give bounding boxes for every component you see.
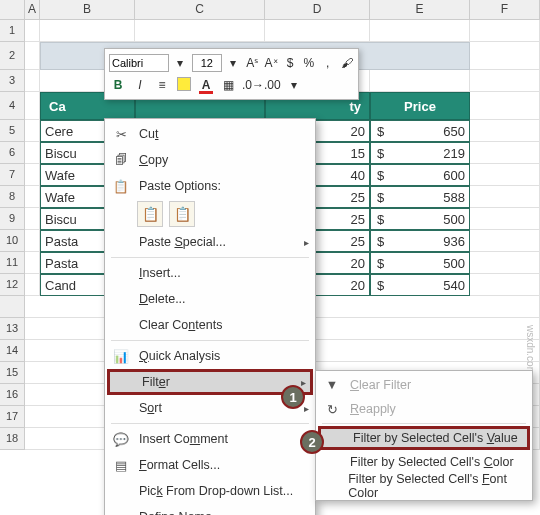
row-header[interactable]: 2 bbox=[0, 42, 25, 70]
select-all-corner[interactable] bbox=[0, 0, 25, 19]
row-header[interactable]: 7 bbox=[0, 164, 25, 186]
cell[interactable] bbox=[470, 230, 540, 252]
row-header[interactable]: 12 bbox=[0, 274, 25, 296]
col-header-e[interactable]: E bbox=[370, 0, 470, 19]
font-dropdown-icon[interactable]: ▾ bbox=[173, 54, 188, 72]
percent-button[interactable]: % bbox=[301, 54, 316, 72]
row-header[interactable]: 15 bbox=[0, 362, 25, 384]
row-header[interactable]: 10 bbox=[0, 230, 25, 252]
cell-price[interactable]: $540 bbox=[370, 274, 470, 296]
menu-clear-contents[interactable]: Clear Contents bbox=[107, 312, 313, 338]
cell[interactable] bbox=[25, 208, 40, 230]
accounting-format-button[interactable]: $ bbox=[283, 54, 298, 72]
cell[interactable] bbox=[470, 142, 540, 164]
row-header[interactable]: 1 bbox=[0, 20, 25, 42]
cell[interactable] bbox=[470, 252, 540, 274]
align-button[interactable]: ≡ bbox=[153, 76, 171, 94]
submenu-filter-by-color[interactable]: Filter by Selected Cell's Color bbox=[318, 450, 530, 474]
col-header-a[interactable]: A bbox=[25, 0, 40, 19]
cell[interactable] bbox=[25, 70, 40, 92]
cell[interactable] bbox=[470, 274, 540, 296]
borders-button[interactable]: ▦ bbox=[219, 76, 237, 94]
cell-price[interactable]: $219 bbox=[370, 142, 470, 164]
cell[interactable] bbox=[40, 20, 135, 42]
merge-button[interactable]: ▾ bbox=[285, 76, 303, 94]
cell-price[interactable]: $650 bbox=[370, 120, 470, 142]
row-header[interactable]: 6 bbox=[0, 142, 25, 164]
row-header[interactable]: 9 bbox=[0, 208, 25, 230]
row-header[interactable]: 8 bbox=[0, 186, 25, 208]
menu-define-name[interactable]: Define Name... bbox=[107, 504, 313, 515]
cell[interactable] bbox=[25, 42, 40, 70]
col-header-d[interactable]: D bbox=[265, 0, 370, 19]
menu-paste-special[interactable]: Paste Special... ▸ bbox=[107, 229, 313, 255]
cell[interactable] bbox=[265, 20, 370, 42]
font-color-button[interactable]: A bbox=[197, 76, 215, 94]
row-header[interactable]: 16 bbox=[0, 384, 25, 406]
row-header[interactable]: 17 bbox=[0, 406, 25, 428]
menu-quick-analysis[interactable]: 📊 Quick Analysis bbox=[107, 343, 313, 369]
paste-option-values[interactable]: 📋 bbox=[169, 201, 195, 227]
shrink-font-icon[interactable]: Aˣ bbox=[264, 54, 279, 72]
grow-font-icon[interactable]: Aˢ bbox=[245, 54, 260, 72]
cell[interactable] bbox=[470, 208, 540, 230]
cell[interactable] bbox=[370, 20, 470, 42]
row-header[interactable]: 13 bbox=[0, 318, 25, 340]
submenu-filter-by-value[interactable]: Filter by Selected Cell's Value bbox=[318, 426, 530, 450]
fill-color-button[interactable] bbox=[175, 76, 193, 94]
format-painter-icon[interactable]: 🖌 bbox=[339, 54, 354, 72]
cell-price[interactable]: $500 bbox=[370, 208, 470, 230]
row-header[interactable]: 3 bbox=[0, 70, 25, 92]
row-header[interactable]: 4 bbox=[0, 92, 25, 120]
row-header[interactable]: 18 bbox=[0, 428, 25, 450]
cell[interactable] bbox=[25, 186, 40, 208]
row-header[interactable]: 11 bbox=[0, 252, 25, 274]
separator bbox=[111, 423, 309, 424]
cell-price[interactable]: $500 bbox=[370, 252, 470, 274]
cell[interactable] bbox=[25, 20, 40, 42]
cell[interactable] bbox=[470, 70, 540, 92]
cell[interactable] bbox=[25, 142, 40, 164]
cell[interactable] bbox=[470, 42, 540, 70]
header-price[interactable]: Price bbox=[370, 92, 470, 120]
increase-decimal-button[interactable]: .0→ bbox=[241, 76, 259, 94]
cell-price[interactable]: $936 bbox=[370, 230, 470, 252]
cell[interactable] bbox=[25, 252, 40, 274]
paste-option-keep-formatting[interactable]: 📋 bbox=[137, 201, 163, 227]
cell[interactable] bbox=[25, 274, 40, 296]
row-header[interactable]: 5 bbox=[0, 120, 25, 142]
col-header-c[interactable]: C bbox=[135, 0, 265, 19]
menu-format-cells[interactable]: ▤ Format Cells... bbox=[107, 452, 313, 478]
cell[interactable] bbox=[470, 92, 540, 120]
menu-copy[interactable]: 🗐 Copy bbox=[107, 147, 313, 173]
menu-cut[interactable]: ✂ Cut bbox=[107, 121, 313, 147]
cell[interactable] bbox=[470, 186, 540, 208]
font-size-input[interactable] bbox=[192, 54, 222, 72]
decrease-decimal-button[interactable]: .00 bbox=[263, 76, 281, 94]
menu-insert-comment[interactable]: 💬 Insert Comment bbox=[107, 426, 313, 452]
font-size-dropdown-icon[interactable]: ▾ bbox=[226, 54, 241, 72]
font-name-input[interactable] bbox=[109, 54, 169, 72]
cell[interactable] bbox=[25, 164, 40, 186]
bold-button[interactable]: B bbox=[109, 76, 127, 94]
cell[interactable] bbox=[135, 20, 265, 42]
row-header[interactable] bbox=[0, 296, 25, 318]
cell[interactable] bbox=[470, 20, 540, 42]
menu-delete[interactable]: Delete... bbox=[107, 286, 313, 312]
comma-style-button[interactable]: , bbox=[320, 54, 335, 72]
cell[interactable] bbox=[25, 230, 40, 252]
submenu-filter-by-font-color[interactable]: Filter by Selected Cell's Font Color bbox=[318, 474, 530, 498]
cell-price[interactable]: $588 bbox=[370, 186, 470, 208]
cell[interactable] bbox=[25, 92, 40, 120]
menu-pick-from-list[interactable]: Pick From Drop-down List... bbox=[107, 478, 313, 504]
menu-insert[interactable]: Insert... bbox=[107, 260, 313, 286]
cell[interactable] bbox=[470, 164, 540, 186]
italic-button[interactable]: I bbox=[131, 76, 149, 94]
cell[interactable] bbox=[25, 120, 40, 142]
cell-price[interactable]: $600 bbox=[370, 164, 470, 186]
col-header-b[interactable]: B bbox=[40, 0, 135, 19]
cell[interactable] bbox=[470, 120, 540, 142]
cell[interactable] bbox=[370, 70, 470, 92]
row-header[interactable]: 14 bbox=[0, 340, 25, 362]
col-header-f[interactable]: F bbox=[470, 0, 540, 19]
